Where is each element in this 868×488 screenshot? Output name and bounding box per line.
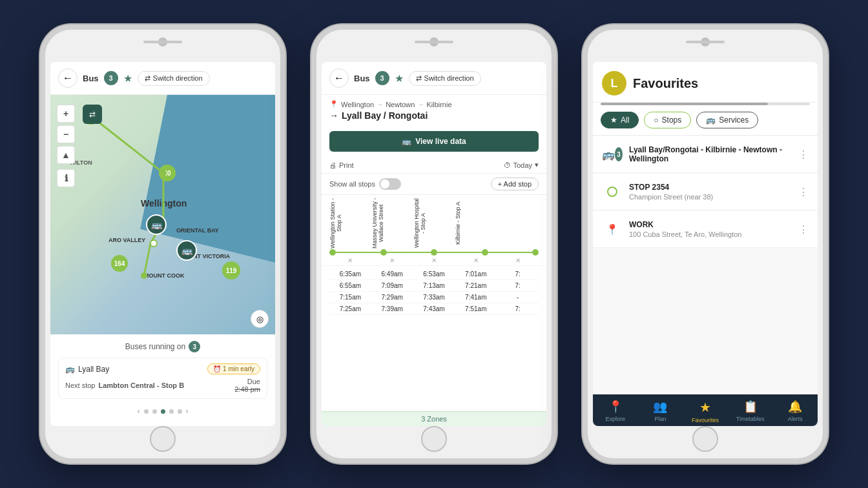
early-badge: ⏰ 1 min early: [207, 363, 260, 374]
route-h-line-1: [336, 252, 380, 253]
x-3: ✕: [413, 257, 455, 264]
zoom-out-button[interactable]: −: [57, 125, 75, 143]
map-cluster-icon[interactable]: ⇄: [83, 105, 102, 124]
zoom-in-button[interactable]: +: [57, 105, 75, 123]
filter-row: ★ All ○ Stops 🚌 Services: [593, 105, 818, 136]
x-2: ✕: [371, 257, 413, 264]
timetable-controls: 🖨 Print ⏱ Today ▾: [322, 157, 546, 174]
phone1-home-button[interactable]: [150, 426, 176, 452]
phone2-switch-button[interactable]: ⇄ Switch direction: [409, 71, 481, 86]
dot-3-active[interactable]: [161, 409, 165, 414]
stop-col-1: Wellington Station - Stop A: [329, 198, 371, 249]
compass-button[interactable]: ▲: [57, 146, 75, 164]
phone1-header: ← Bus 3 ★ ⇄ Switch direction: [50, 62, 275, 95]
nav-favourites[interactable]: ★ Favourites: [683, 400, 728, 423]
phone2-back-icon: ←: [334, 72, 344, 84]
fav-work-more-icon[interactable]: ⋮: [798, 223, 809, 236]
print-button[interactable]: 🖨 Print: [329, 161, 354, 169]
plan-label: Plan: [654, 416, 666, 422]
filter-all-button[interactable]: ★ All: [601, 112, 639, 128]
t4-5: 7:: [497, 305, 539, 312]
dot-navigation: ‹ ›: [58, 403, 267, 420]
today-button[interactable]: ⏱ Today ▾: [504, 161, 539, 169]
fav-bus-number: 3: [615, 147, 623, 161]
route-h-line-2: [387, 252, 431, 253]
nav-explore[interactable]: 📍 Explore: [593, 400, 638, 423]
stop-circle-4: [482, 249, 488, 256]
fav-item-work[interactable]: 📍 WORK 100 Cuba Street, Te Aro, Wellingt…: [593, 211, 818, 248]
dot-1[interactable]: [144, 409, 149, 414]
location-button[interactable]: ◎: [251, 310, 269, 328]
t2-1: 6:55am: [329, 282, 371, 289]
show-stops-toggle[interactable]: [379, 178, 401, 190]
arrow2: →: [417, 101, 424, 108]
phone2-favourite-icon[interactable]: ★: [395, 72, 404, 85]
info-button[interactable]: ℹ: [57, 169, 75, 187]
fav-item-bus[interactable]: 🚌 3 Lyall Bay/Rongotai - Kilbirnie - New…: [593, 136, 818, 173]
prev-arrow[interactable]: ‹: [138, 407, 140, 416]
t1-5: 7:: [497, 270, 539, 278]
x-marks-row: ✕ ✕ ✕ ✕ ✕: [322, 256, 546, 266]
next-stop-name: Lambton Central - Stop B: [98, 381, 184, 389]
favourites-icon: ★: [699, 400, 711, 415]
today-chevron: ▾: [535, 161, 539, 169]
t1-3: 6:53am: [413, 270, 455, 278]
bus-marker[interactable]: 🚌: [146, 214, 167, 235]
route-dot-164: 164: [111, 255, 128, 272]
explore-icon: 📍: [608, 400, 623, 414]
fav-bus-title: Lyall Bay/Rongotai - Kilbirnie - Newtown…: [629, 145, 792, 163]
phone2-home-button[interactable]: [421, 426, 447, 452]
mount-cook-label: MOUNT COOK: [144, 272, 185, 279]
nav-plan[interactable]: 👥 Plan: [638, 400, 683, 423]
all-label: All: [621, 116, 629, 125]
stops-label: Stops: [662, 116, 682, 125]
time-row-2: 6:55am 7:09am 7:13am 7:21am 7:: [329, 280, 539, 292]
t2-2: 7:09am: [371, 282, 413, 289]
phone2-switch-icon: ⇄: [416, 74, 422, 83]
time-row-1: 6:35am 6:49am 6:53am 7:01am 7:: [329, 269, 539, 280]
t3-2: 7:29am: [371, 294, 413, 301]
bay-label: ORIENTAL BAY: [176, 227, 219, 234]
fav-bus-more-icon[interactable]: ⋮: [798, 148, 809, 161]
user-avatar[interactable]: L: [602, 71, 626, 96]
next-arrow[interactable]: ›: [186, 407, 189, 416]
phone2-back-button[interactable]: ←: [329, 68, 349, 88]
city-label: Wellington: [141, 198, 187, 208]
destination-name: Lyall Bay / Rongotai: [342, 110, 428, 121]
fav-stop-title: STOP 2354: [629, 183, 792, 192]
back-icon: ←: [63, 72, 73, 84]
route-dot-30: 30: [159, 165, 176, 181]
dot-2[interactable]: [152, 409, 157, 414]
route-stops: 📍 Wellington → Newtown → Kilbirnie: [329, 100, 539, 108]
x-1: ✕: [329, 257, 371, 264]
time-row-4: 7:25am 7:39am 7:43am 7:51am 7:: [329, 303, 539, 315]
show-stops-label: Show all stops: [329, 180, 375, 188]
t1-2: 6:49am: [371, 270, 413, 278]
t2-3: 7:13am: [413, 282, 455, 289]
buses-running-label: Buses running on 3: [58, 341, 267, 352]
add-stop-button[interactable]: + Add stop: [491, 178, 539, 190]
filter-services-button[interactable]: 🚌 Services: [696, 112, 758, 128]
dot-4[interactable]: [169, 409, 174, 414]
switch-direction-button[interactable]: ⇄ Switch direction: [138, 71, 210, 86]
favourites-nav-label: Favourites: [692, 417, 719, 423]
fav-stop-more-icon[interactable]: ⋮: [798, 186, 809, 198]
bus-marker-2[interactable]: 🚌: [176, 240, 197, 261]
bus-live-icon: 🚌: [402, 137, 411, 146]
back-button[interactable]: ←: [58, 68, 78, 88]
fav-item-stop[interactable]: STOP 2354 Champion Street (near 38) ⋮: [593, 174, 818, 210]
show-stops-row: Show all stops + Add stop: [322, 174, 546, 195]
nav-alerts[interactable]: 🔔 Alerts: [772, 400, 818, 423]
view-live-label: View live data: [415, 137, 466, 146]
bus-icon: 🚌: [151, 219, 162, 230]
phone3-home-button[interactable]: [692, 426, 718, 452]
nav-timetables[interactable]: 📋 Timetables: [728, 400, 773, 423]
print-label: Print: [339, 161, 354, 169]
dot-5[interactable]: [178, 409, 182, 414]
map-info-panel: Buses running on 3 🚌 Lyall Bay ⏰ 1 min e…: [50, 334, 275, 426]
filter-stops-button[interactable]: ○ Stops: [644, 112, 691, 128]
favourite-star-icon[interactable]: ★: [123, 72, 132, 85]
phone2-bus-number-badge: 3: [375, 71, 389, 85]
view-live-button[interactable]: 🚌 View live data: [329, 131, 539, 152]
aro-label: ARO VALLEY: [108, 237, 145, 243]
